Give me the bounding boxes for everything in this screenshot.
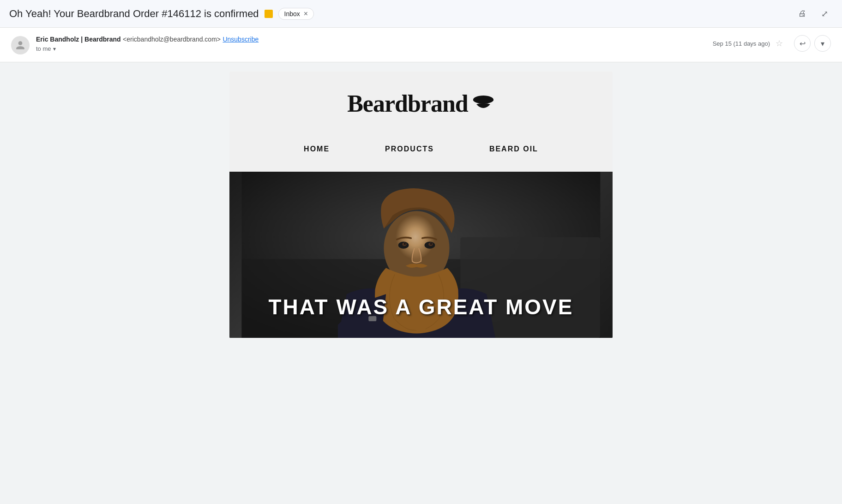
email-body-wrapper: Beardbrand HOME PRODUCTS BEARD OIL (0, 62, 842, 478)
svg-point-12 (404, 243, 406, 245)
new-window-icon: ⤢ (821, 9, 828, 19)
sender-email: <ericbandholz@beardbrand.com> (123, 36, 221, 43)
hero-text: THAT WAS A GREAT MOVE (229, 294, 613, 319)
email-date: Sep 15 (11 days ago) (713, 40, 770, 47)
nav-item-home[interactable]: HOME (276, 145, 357, 153)
beardbrand-logo-text: Beardbrand (347, 90, 468, 117)
reply-icon: ↩ (800, 39, 806, 48)
beardbrand-logo-icon (472, 94, 495, 114)
beardbrand-header: Beardbrand (229, 72, 613, 131)
print-button[interactable]: 🖨 (794, 6, 811, 22)
beardbrand-nav: HOME PRODUCTS BEARD OIL (229, 131, 613, 172)
label-badge (265, 10, 273, 18)
header-action-row: ↩ ▾ (794, 35, 831, 52)
nav-item-products[interactable]: PRODUCTS (357, 145, 462, 153)
print-icon: 🖨 (798, 9, 806, 18)
email-top-bar: Oh Yeah! Your Beardbrand Order #146112 i… (0, 0, 842, 28)
chevron-down-icon: ▾ (821, 39, 824, 48)
email-subject: Oh Yeah! Your Beardbrand Order #146112 i… (9, 8, 259, 20)
to-me-dropdown-icon[interactable]: ▾ (53, 46, 56, 52)
sender-name: Eric Bandholz | Beardbrand (36, 36, 121, 43)
inbox-tab[interactable]: Inbox × (278, 8, 314, 20)
nav-item-beard-oil[interactable]: BEARD OIL (462, 145, 566, 153)
reply-button[interactable]: ↩ (794, 35, 811, 52)
new-window-button[interactable]: ⤢ (816, 6, 833, 22)
email-meta: Sep 15 (11 days ago) ☆ ↩ ▾ (713, 35, 831, 52)
sender-info: Eric Bandholz | Beardbrand <ericbandholz… (36, 35, 713, 52)
avatar (11, 36, 30, 54)
inbox-tab-label: Inbox (284, 10, 300, 18)
svg-point-13 (430, 243, 432, 245)
email-header: Eric Bandholz | Beardbrand <ericbandholz… (0, 28, 842, 62)
email-content-card: Beardbrand HOME PRODUCTS BEARD OIL (229, 72, 613, 338)
beardbrand-logo: Beardbrand (347, 90, 495, 117)
beardbrand-hero: THAT WAS A GREAT MOVE (229, 172, 613, 338)
svg-rect-1 (473, 99, 493, 101)
to-me-label: to me (36, 45, 51, 52)
inbox-tab-close-icon[interactable]: × (304, 10, 308, 18)
more-options-button[interactable]: ▾ (814, 35, 831, 52)
star-button[interactable]: ☆ (776, 38, 783, 48)
unsubscribe-link[interactable]: Unsubscribe (223, 36, 259, 43)
top-bar-actions: 🖨 ⤢ (794, 6, 833, 22)
